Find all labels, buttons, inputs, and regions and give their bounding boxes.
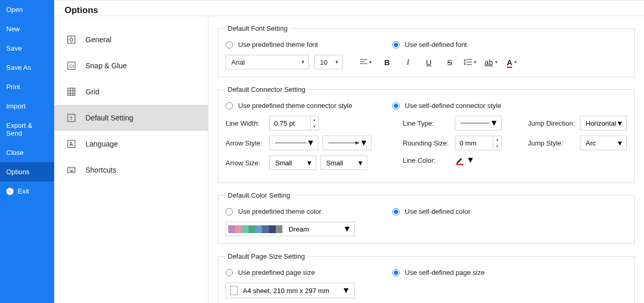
color-swatch [228,225,235,233]
line-color-picker[interactable]: ▼ [455,155,475,165]
color-swatch [269,225,276,233]
radio-predef-font[interactable]: Use predefined theme font [226,41,392,49]
group-color-legend: Default Color Setting [226,191,292,199]
jump-style-value: Arc [586,139,596,147]
radio-predef-color-label: Use predefined theme color [238,208,321,215]
nav-exit[interactable]: ← Exit [0,181,54,201]
radio-selfdef-color-input[interactable] [392,208,400,215]
strikethrough-button[interactable]: S [442,55,457,69]
color-theme-dropdown[interactable]: Dream ▼ [226,222,355,236]
line-type-label: Line Type: [403,119,455,127]
chevron-down-icon: ▼ [306,159,313,167]
svg-rect-8 [68,88,75,95]
page-size-dropdown[interactable]: A4 sheet, 210 mm x 297 mm ▼ [226,283,355,298]
radio-predef-font-input[interactable] [226,41,233,49]
radio-predef-connector[interactable]: Use predefined theme connector style [226,102,392,110]
chevron-down-icon: ▼ [306,138,315,148]
radio-predef-color-input[interactable] [226,208,233,215]
cat-shortcuts[interactable]: Shortcuts [54,157,208,183]
cat-general-label: General [85,35,112,44]
color-swatch [276,225,282,233]
nav-open[interactable]: Open [0,0,54,19]
group-color-setting: Default Color Setting Use predefined the… [218,191,635,244]
radio-selfdef-connector-label: Use self-defined connector style [405,102,501,110]
chevron-down-icon: ▼ [513,60,517,65]
radio-selfdef-connector[interactable]: Use self-defined connector style [392,102,501,110]
nav-print[interactable]: Print [0,77,54,96]
chevron-down-icon: ▼ [616,119,623,127]
arrow-size-label: Arrow Size: [226,159,269,167]
radio-selfdef-font-input[interactable] [392,41,400,49]
grid-icon [67,87,76,96]
text-highlight-button[interactable]: ab ▼ [484,55,499,69]
nav-import[interactable]: Import [0,96,54,116]
nav-close[interactable]: Close [0,143,54,162]
line-spacing-button[interactable]: ▼ [463,55,478,69]
spin-down-icon[interactable]: ▼ [311,123,318,130]
radio-predef-page-input[interactable] [226,269,233,276]
nav-save[interactable]: Save [0,39,54,58]
line-width-spinner[interactable]: 0.75 pt ▲▼ [269,116,319,130]
radio-predef-font-label: Use predefined theme font [238,41,318,49]
page-size-value: A4 sheet, 210 mm x 297 mm [243,287,342,295]
language-icon: A [67,139,76,149]
font-size-dropdown[interactable]: 10 ▼ [314,55,343,69]
chevron-down-icon: ▼ [360,138,368,148]
align-button[interactable]: ▼ [358,55,374,69]
radio-selfdef-page[interactable]: Use self-defined page size [392,269,485,276]
arrow-style-start-dropdown[interactable]: ▼ [269,136,318,150]
italic-button[interactable]: I [400,55,416,69]
arrow-size-end-dropdown[interactable]: Small ▼ [320,155,367,170]
radio-selfdef-color[interactable]: Use self-defined color [392,208,470,215]
svg-marker-33 [355,141,360,144]
radio-selfdef-font-label: Use self-defined font [405,41,467,49]
cat-snap-glue[interactable]: CI Snap & Glue [54,53,208,79]
svg-point-21 [73,168,74,169]
radio-predef-color[interactable]: Use predefined theme color [226,208,392,215]
spin-up-icon[interactable]: ▲ [493,136,501,143]
group-font-legend: Default Font Setting [226,25,290,32]
radio-selfdef-font[interactable]: Use self-defined font [392,41,467,49]
chevron-down-icon: ▼ [342,286,350,295]
arrow-style-end-dropdown[interactable]: ▼ [323,136,371,150]
jump-direction-dropdown[interactable]: Horizontal ▼ [580,116,627,130]
arrow-size-start-dropdown[interactable]: Small ▼ [269,155,316,170]
cat-language[interactable]: A Language [54,131,208,157]
font-family-dropdown[interactable]: Arial ▼ [226,55,309,69]
cat-general[interactable]: General [54,27,208,53]
arrow-size-start-value: Small [275,159,292,167]
font-color-button[interactable]: A ▼ [504,55,520,69]
cat-default-setting[interactable]: T Default Setting [54,105,208,131]
nav-new[interactable]: New [0,19,54,39]
color-swatch [262,225,269,233]
cat-grid[interactable]: Grid [54,79,208,105]
file-menu-sidebar: Open New Save Save As Print Import Expor… [0,0,54,303]
radio-predef-page[interactable]: Use predefined page size [226,269,392,276]
svg-text:A: A [69,141,73,147]
color-swatch [249,225,255,233]
bold-button[interactable]: B [379,55,395,69]
radio-predef-connector-input[interactable] [226,102,233,110]
svg-point-23 [73,171,74,171]
rounding-size-spinner[interactable]: 0 mm ▲▼ [455,136,502,150]
group-connector-legend: Default Connector Setting [226,86,307,93]
radio-selfdef-connector-input[interactable] [392,102,400,110]
spin-down-icon[interactable]: ▼ [493,143,501,150]
chevron-down-icon: ▼ [357,159,364,167]
chevron-down-icon: ▼ [368,60,373,65]
page-icon [230,286,238,295]
jump-style-label: Jump Style: [528,139,580,147]
svg-rect-17 [68,167,75,173]
options-content: Default Font Setting Use predefined them… [208,16,644,303]
jump-style-dropdown[interactable]: Arc ▼ [580,136,627,150]
line-type-dropdown[interactable]: ▼ [455,116,502,130]
spin-up-icon[interactable]: ▲ [311,116,318,123]
nav-export-send[interactable]: Export & Send [0,116,54,143]
nav-save-as[interactable]: Save As [0,58,54,77]
jump-direction-value: Horizontal [586,119,616,127]
chevron-down-icon: ▼ [616,139,623,147]
nav-options[interactable]: Options [0,162,54,181]
svg-text:CI: CI [69,64,74,69]
radio-selfdef-page-input[interactable] [392,269,400,276]
underline-button[interactable]: U [421,55,437,69]
